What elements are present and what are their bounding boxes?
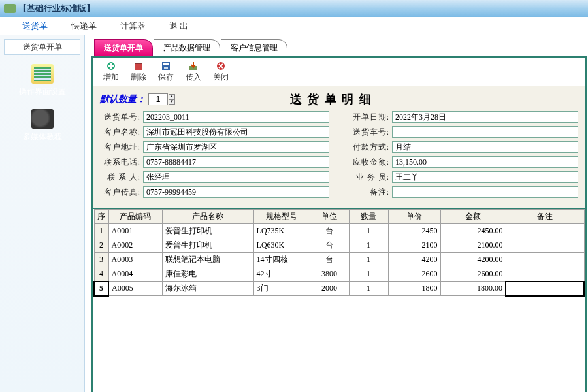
form-input-left-0[interactable]: [143, 111, 329, 123]
form-input-right-3[interactable]: [392, 156, 578, 168]
form-label: 业 务 员:: [349, 172, 392, 183]
sidebar-item-0[interactable]: 操作界面设置: [0, 59, 84, 104]
row-header[interactable]: 2: [94, 238, 108, 253]
menu-item-1[interactable]: 快递单: [59, 18, 108, 35]
delete-button[interactable]: 删除: [125, 59, 152, 84]
menu-item-3[interactable]: 退 出: [157, 18, 200, 35]
cell[interactable]: 4200.00: [440, 253, 506, 267]
close-button[interactable]: 关闭: [207, 59, 235, 84]
col-header-5[interactable]: 数量: [349, 210, 388, 224]
cell[interactable]: 联想笔记本电脑: [162, 253, 253, 267]
cell[interactable]: 4200: [388, 253, 440, 267]
col-header-7[interactable]: 金额: [440, 210, 506, 224]
add-button[interactable]: 增加: [97, 59, 125, 84]
toolbar-label: 传入: [180, 72, 207, 83]
tab-0[interactable]: 送货单开单: [94, 39, 153, 56]
qty-spinner[interactable]: ▲▼: [169, 94, 175, 105]
sidebar-header[interactable]: 送货单开单: [4, 39, 80, 55]
form-input-left-1[interactable]: [143, 126, 329, 138]
grid-wrap: 序产品编码产品名称规格型号单位数量单价金额备注 1A0001爱普生打印机LQ73…: [93, 209, 585, 297]
cell[interactable]: 14寸四核: [253, 253, 310, 267]
cell[interactable]: 台: [310, 238, 349, 253]
cell[interactable]: 42寸: [253, 267, 310, 282]
form-input-left-4[interactable]: [143, 171, 329, 183]
form-label: 开单日期:: [349, 112, 392, 123]
cell[interactable]: [506, 253, 584, 267]
toolbar-label: 关闭: [207, 72, 235, 83]
cell[interactable]: 2100.00: [440, 238, 506, 253]
cell[interactable]: 2100: [388, 238, 440, 253]
row-header[interactable]: 3: [94, 253, 108, 267]
form-row-right-4: 业 务 员:: [349, 171, 578, 183]
cell[interactable]: A0002: [108, 238, 162, 253]
cell[interactable]: 2450: [388, 224, 440, 238]
cell[interactable]: 2600.00: [440, 267, 506, 282]
toolbar-label: 删除: [125, 72, 152, 83]
sidebar-item-1[interactable]: 多媒体教程: [0, 104, 84, 149]
cell[interactable]: A0001: [108, 224, 162, 238]
col-header-0[interactable]: 序: [94, 210, 108, 224]
cell[interactable]: 1800: [388, 282, 440, 296]
form-input-right-0[interactable]: [392, 111, 578, 123]
form-input-left-2[interactable]: [143, 141, 329, 153]
cell[interactable]: 1: [349, 224, 388, 238]
row-header[interactable]: 4: [94, 267, 108, 282]
col-header-1[interactable]: 产品编码: [108, 210, 162, 224]
col-header-3[interactable]: 规格型号: [253, 210, 310, 224]
cell[interactable]: LQ630K: [253, 238, 310, 253]
default-qty-input[interactable]: [148, 93, 168, 105]
cell[interactable]: 2600: [388, 267, 440, 282]
cell[interactable]: 1: [349, 267, 388, 282]
cell[interactable]: 1: [349, 282, 388, 296]
titlebar: 【基础行业标准版】: [0, 0, 588, 17]
table-row[interactable]: 1A0001爱普生打印机LQ735K台124502450.00: [94, 224, 584, 238]
form-input-left-5[interactable]: [143, 186, 329, 198]
data-grid[interactable]: 序产品编码产品名称规格型号单位数量单价金额备注 1A0001爱普生打印机LQ73…: [93, 209, 585, 297]
cell[interactable]: 台: [310, 224, 349, 238]
cell[interactable]: [506, 282, 584, 296]
toolbar-label: 保存: [152, 72, 180, 83]
cell[interactable]: 3门: [253, 282, 310, 296]
cell[interactable]: 海尔冰箱: [162, 282, 253, 296]
tab-1[interactable]: 产品数据管理: [154, 39, 220, 56]
table-row[interactable]: 3A0003联想笔记本电脑14寸四核台142004200.00: [94, 253, 584, 267]
cell[interactable]: [506, 267, 584, 282]
menu-item-2[interactable]: 计算器: [108, 18, 157, 35]
row-header[interactable]: 5: [94, 282, 108, 296]
col-header-4[interactable]: 单位: [310, 210, 349, 224]
col-header-8[interactable]: 备注: [506, 210, 584, 224]
row-header[interactable]: 1: [94, 224, 108, 238]
form-input-right-1[interactable]: [392, 126, 578, 138]
table-row[interactable]: 2A0002爱普生打印机LQ630K台121002100.00: [94, 238, 584, 253]
cell[interactable]: 1: [349, 253, 388, 267]
col-header-6[interactable]: 单价: [388, 210, 440, 224]
form-input-right-2[interactable]: [392, 141, 578, 153]
table-row[interactable]: 5A0005海尔冰箱3门2000118001800.00: [94, 282, 584, 296]
cell[interactable]: 2000: [310, 282, 349, 296]
toolbar: 增加删除保存传入关闭: [93, 58, 585, 86]
form-input-left-3[interactable]: [143, 156, 329, 168]
cell[interactable]: 台: [310, 253, 349, 267]
cell[interactable]: A0005: [108, 282, 162, 296]
cell[interactable]: LQ735K: [253, 224, 310, 238]
table-row[interactable]: 4A0004康佳彩电42寸3800126002600.00: [94, 267, 584, 282]
cell[interactable]: 爱普生打印机: [162, 238, 253, 253]
cell[interactable]: 1: [349, 238, 388, 253]
cell[interactable]: 康佳彩电: [162, 267, 253, 282]
form-input-right-4[interactable]: [392, 171, 578, 183]
tab-2[interactable]: 客户信息管理: [221, 39, 287, 56]
menu-item-0[interactable]: 送货单: [10, 18, 59, 35]
col-header-2[interactable]: 产品名称: [162, 210, 253, 224]
cell[interactable]: 爱普生打印机: [162, 224, 253, 238]
cell[interactable]: A0003: [108, 253, 162, 267]
cell[interactable]: A0004: [108, 267, 162, 282]
form-input-right-5[interactable]: [392, 186, 578, 198]
form-row-right-1: 送货车号:: [349, 126, 578, 138]
cell[interactable]: 3800: [310, 267, 349, 282]
cell[interactable]: [506, 224, 584, 238]
import-button[interactable]: 传入: [180, 59, 207, 84]
cell[interactable]: [506, 238, 584, 253]
cell[interactable]: 2450.00: [440, 224, 506, 238]
cell[interactable]: 1800.00: [440, 282, 506, 296]
save-button[interactable]: 保存: [152, 59, 180, 84]
